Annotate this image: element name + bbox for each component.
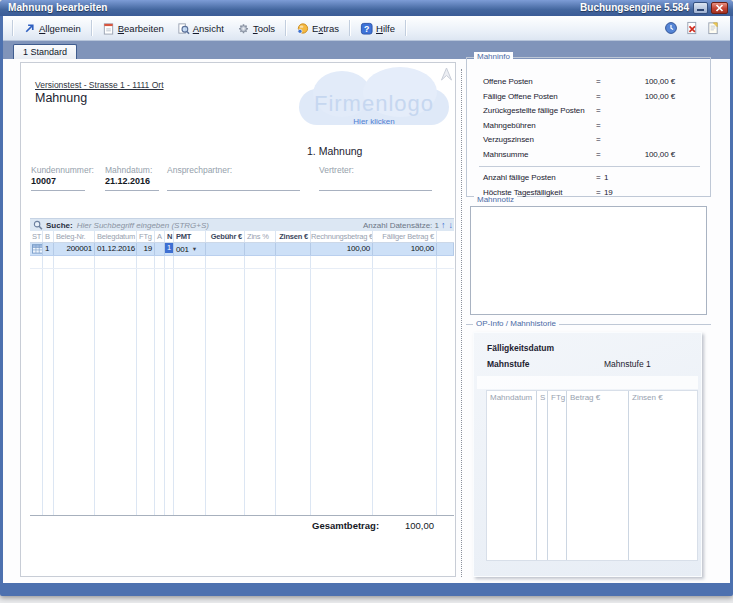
level-label: Mahnstufe [487, 359, 530, 369]
cell-a [155, 243, 165, 255]
customer-address-link[interactable]: Versionstest - Strasse 1 - 1111 Ort [35, 80, 164, 90]
n-flag-badge: 1 [165, 243, 173, 253]
due-date-label: Fälligkeitsdatum [487, 343, 554, 353]
history-header-row: Mahndatum S FTg Betrag € Zinsen € [487, 391, 697, 404]
logo-placeholder-text: Firmenlogo [293, 91, 455, 117]
level-value: Mahnstufe 1 [604, 359, 651, 369]
cell-gebuehr [206, 243, 245, 255]
toolbar-item-ansicht[interactable]: Ansicht [172, 20, 229, 37]
ansprechpartner-input[interactable] [167, 176, 300, 191]
mahninfo-divider [479, 166, 700, 168]
search-input[interactable]: Hier Suchbegriff eingeben (STRG+S) [77, 221, 209, 230]
logo-click-hint[interactable]: Hier klicken [293, 117, 455, 126]
toolbar-right-group [664, 21, 723, 35]
col-header-rechnungsbetrag[interactable]: Rechnungsbetrag € [311, 231, 373, 242]
search-icon [33, 220, 43, 231]
mahninfo-stat-row: Anzahl fällige Posten=1 [467, 171, 710, 186]
toolbar-separator [285, 20, 286, 36]
sort-up-icon[interactable]: ↑ [441, 221, 447, 230]
hist-col-betrag: Betrag € [567, 391, 629, 404]
mahninfo-legend: Mahninfo [474, 52, 513, 61]
record-count: Anzahl Datensätze: 1 [363, 221, 439, 230]
field-ansprechpartner: Ansprechpartner: [167, 165, 300, 191]
opinfo-panel: OP-Info / Mahnhistorie Fälligkeitsdatum … [466, 324, 711, 578]
minimize-button[interactable] [693, 2, 708, 14]
cell-faelliger-betrag: 100,00 [373, 243, 437, 255]
col-header-pmt[interactable]: PMT [174, 231, 206, 242]
col-header-st[interactable]: ST [30, 231, 43, 242]
col-header-b[interactable]: B [43, 231, 54, 242]
dropdown-icon[interactable]: ▼ [192, 246, 197, 252]
app-version: Buchungsengine 5.584 [580, 2, 689, 13]
mahndatum-input[interactable]: 21.12.2016 [105, 176, 159, 191]
title-bar: Mahnung bearbeiten Buchungsengine 5.584 [0, 0, 733, 16]
col-header-n[interactable]: N [165, 231, 174, 242]
cell-b: 1 [43, 243, 54, 255]
field-label: Vertreter: [319, 165, 432, 175]
document-paper: Versionstest - Strasse 1 - 1111 Ort Mahn… [20, 62, 456, 577]
svg-text:?: ? [364, 23, 369, 33]
history-table: Mahndatum S FTg Betrag € Zinsen € [486, 390, 698, 561]
close-icon [712, 3, 727, 13]
arrow-ne-icon [23, 22, 36, 35]
search-label: Suche: [46, 221, 73, 230]
delete-icon[interactable] [685, 21, 699, 35]
total-row: Gesamtbetrag: 100,00 [30, 519, 454, 535]
col-header-zinsen[interactable]: Zinsen € [276, 231, 311, 242]
col-header-belegdatum[interactable]: Belegdatum [95, 231, 137, 242]
clock-icon[interactable] [664, 21, 678, 35]
toolbar-label: Tools [253, 23, 275, 34]
col-header-gebuehr[interactable]: Gebühr € [206, 231, 245, 242]
cell-pmt[interactable]: 001▼ [174, 243, 206, 255]
field-label: Kundennummer: [31, 165, 85, 175]
search-bar: Suche: Hier Suchbegriff eingeben (STRG+S… [30, 218, 454, 231]
total-label: Gesamtbetrag: [312, 520, 379, 531]
content-area: Versionstest - Strasse 1 - 1111 Ort Mahn… [3, 59, 730, 583]
table-header-row: ST B Beleg-Nr. Belegdatum FTg A N PMT Ge… [30, 231, 454, 243]
cell-zinsen [276, 243, 311, 255]
toolbar-grip [12, 20, 13, 36]
note-icon[interactable] [706, 21, 720, 35]
mahnnotiz-panel: Mahnnotiz [470, 196, 708, 316]
mahnnotiz-legend: Mahnnotiz [474, 195, 517, 204]
grid-icon [30, 243, 43, 255]
hist-col-ftg: FTg [548, 391, 567, 404]
field-label: Ansprechpartner: [167, 165, 300, 175]
col-header-beleg-nr[interactable]: Beleg-Nr. [54, 231, 95, 242]
toolbar-item-tools[interactable]: Tools [232, 20, 280, 37]
toolbar-item-extras[interactable]: Extras [291, 20, 344, 37]
sort-down-icon[interactable]: ↓ [449, 221, 455, 230]
toolbar: Allgemein Bearbeiten Ansicht Tools Extra… [3, 16, 730, 41]
mahninfo-row: Offene Posten=100,00 € [467, 75, 710, 90]
table-row-selected[interactable]: 1 200001 01.12.2016 19 1 001▼ 100,00 100… [30, 243, 454, 256]
toolbar-separator [349, 20, 350, 36]
toolbar-separator [405, 20, 406, 36]
col-header-ftg[interactable]: FTg [137, 231, 155, 242]
col-header-zins-pct[interactable]: Zins % [245, 231, 276, 242]
mahnnotiz-textarea[interactable] [470, 206, 707, 315]
tab-standard[interactable]: 1 Standard [13, 44, 77, 59]
toolbar-item-bearbeiten[interactable]: Bearbeiten [97, 20, 169, 37]
history-empty-body [487, 404, 697, 560]
kundennummer-input[interactable]: 10007 [31, 176, 85, 191]
table-empty-area [30, 269, 454, 516]
opinfo-separator-strip [477, 376, 698, 389]
edit-icon [102, 22, 115, 35]
mahninfo-row: Mahnsumme=100,00 € [467, 148, 710, 163]
opinfo-legend: OP-Info / Mahnhistorie [473, 319, 559, 328]
col-header-faelliger-betrag[interactable]: Fälliger Betrag € [373, 231, 437, 242]
mahninfo-panel: Mahninfo Offene Posten=100,00 € Fällige … [466, 57, 711, 197]
toolbar-item-hilfe[interactable]: ? Hilfe [355, 20, 400, 37]
table-empty-row [30, 256, 454, 269]
field-mahndatum: Mahndatum: 21.12.2016 [105, 165, 159, 191]
field-kundennummer: Kundennummer: 10007 [31, 165, 85, 191]
toolbar-label: Extras [312, 23, 339, 34]
cell-n: 1 [165, 243, 174, 255]
toolbar-label: Hilfe [376, 23, 395, 34]
toolbar-label: Bearbeiten [118, 23, 164, 34]
toolbar-item-allgemein[interactable]: Allgemein [18, 20, 86, 37]
vertreter-input[interactable] [319, 176, 432, 191]
company-logo-placeholder[interactable]: Firmenlogo Hier klicken [293, 69, 455, 131]
close-button[interactable] [711, 2, 728, 14]
col-header-a[interactable]: A [155, 231, 165, 242]
